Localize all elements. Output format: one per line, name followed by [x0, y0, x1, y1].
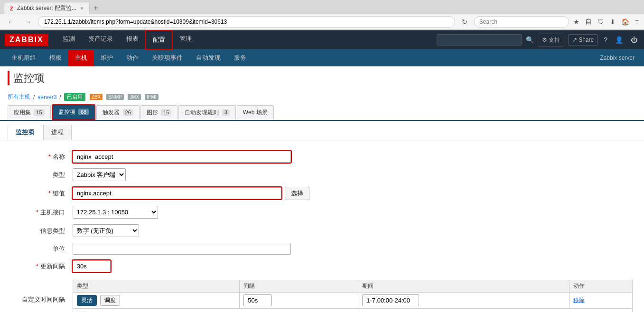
share-button[interactable]: ↗ Share: [568, 34, 598, 46]
home-icon[interactable]: 🏠: [620, 17, 631, 27]
key-select-button[interactable]: 选择: [285, 187, 309, 200]
logout-icon[interactable]: ⏻: [629, 34, 639, 46]
nav-item-assets[interactable]: 资产记录: [82, 30, 120, 50]
new-tab-button[interactable]: +: [90, 2, 102, 14]
graphs-badge: 15: [161, 109, 171, 116]
enabled-badge: 已启用: [64, 93, 85, 101]
active-tab[interactable]: Z Zabbix server: 配置监... ×: [4, 2, 90, 14]
nav-item-config[interactable]: 配置: [145, 30, 173, 50]
address-bar: ← → ↻ ★ 自 🛡 ⬇ 🏠 ≡: [0, 14, 644, 30]
tag-snmp: SNMP: [106, 94, 124, 100]
period-value-input[interactable]: [362, 294, 419, 306]
content-tab-items[interactable]: 监控项: [8, 125, 42, 140]
period-value-cell: [358, 293, 569, 309]
interval-cell: [69, 257, 636, 275]
server-link[interactable]: server3: [37, 94, 56, 101]
help-icon[interactable]: ?: [602, 34, 609, 46]
reload-button[interactable]: ↻: [458, 16, 471, 28]
host-tab-triggers[interactable]: 触发器 26: [96, 105, 140, 119]
col-period: 期间: [358, 280, 569, 293]
add-row: 添加: [73, 309, 632, 312]
top-nav-right: 🔍 ⚙ 支持 ↗ Share ? 👤 ⏻: [437, 34, 640, 46]
user-icon[interactable]: 👤: [613, 34, 625, 46]
download-icon[interactable]: ⬇: [608, 17, 617, 27]
col-type: 类型: [73, 280, 240, 293]
key-cell: 选择: [69, 184, 636, 203]
url-input[interactable]: [38, 16, 455, 28]
subnav-item-maintenance[interactable]: 维护: [94, 50, 120, 66]
page-title-bar: 监控项: [0, 66, 644, 90]
name-label: 名称: [8, 148, 69, 165]
type-flex-button[interactable]: 灵活: [77, 295, 97, 306]
nav-item-admin[interactable]: 管理: [173, 30, 198, 50]
shield-icon[interactable]: 🛡: [596, 17, 606, 27]
infotype-label: 信息类型: [8, 221, 69, 240]
unit-label: 单位: [8, 240, 69, 257]
subnav-server-label: Zabbix server: [595, 53, 639, 63]
menu-icon[interactable]: ≡: [634, 17, 640, 27]
remove-link[interactable]: 移除: [573, 297, 585, 303]
support-button[interactable]: ⚙ 支持: [538, 34, 564, 46]
appsets-badge: 15: [34, 109, 44, 116]
key-label: 键值: [8, 184, 69, 203]
bookmark-icon[interactable]: ★: [572, 17, 581, 27]
items-badge: 68: [78, 109, 89, 115]
custom-interval-label: 自定义时间间隔: [8, 275, 69, 312]
back-button[interactable]: ←: [4, 16, 18, 28]
name-input[interactable]: [73, 151, 291, 163]
zabbix-logo: ZABBIX: [5, 34, 48, 46]
all-hosts-link[interactable]: 所有主机: [8, 93, 30, 101]
interval-value-cell: [240, 293, 358, 309]
infotype-select[interactable]: 数字 (无正负): [73, 224, 139, 237]
tag-ipmi: IPMI: [145, 94, 159, 100]
host-tab-items[interactable]: 监控项 68: [52, 104, 96, 120]
nav-item-monitor[interactable]: 监测: [56, 30, 82, 50]
subnav-item-hostgroups[interactable]: 主机群组: [5, 50, 43, 66]
top-nav-items: 监测 资产记录 报表 配置 管理: [56, 30, 198, 50]
breadcrumb: 所有主机 / server3 / 已启用 ZBX SNMP JMX IPMI: [0, 90, 644, 104]
subnav-item-actions[interactable]: 动作: [120, 50, 145, 66]
sub-nav: 主机群组 模板 主机 维护 动作 关联项事件 自动发现 服务 Zabbix se…: [0, 49, 644, 66]
interface-cell: 172.25.1.3 : 10050: [69, 203, 636, 221]
subnav-item-hosts[interactable]: 主机: [68, 50, 94, 66]
subnav-item-correlations[interactable]: 关联项事件: [145, 50, 189, 66]
app-search-input[interactable]: [437, 34, 522, 46]
subnav-item-templates[interactable]: 模板: [43, 50, 68, 66]
reader-icon[interactable]: 自: [584, 16, 593, 28]
interval-type-cell: 灵活 调度: [73, 293, 240, 309]
form-row-custom-interval: 自定义时间间隔 类型 间隔 期间 动作: [8, 275, 636, 312]
col-action: 动作: [569, 280, 632, 293]
form-row-interface: 主机接口 172.25.1.3 : 10050: [8, 203, 636, 221]
add-cell: 添加: [73, 309, 632, 312]
subnav-item-services[interactable]: 服务: [227, 50, 253, 66]
tag-zbx: ZBX: [90, 94, 103, 100]
action-cell: 移除: [569, 293, 632, 309]
host-tab-web[interactable]: Web 场景: [237, 105, 274, 119]
tab-title: Zabbix server: 配置监...: [17, 4, 76, 12]
unit-input[interactable]: [73, 243, 291, 255]
form-row-type: 类型 Zabbix 客户端: [8, 165, 636, 184]
host-tab-discovery[interactable]: 自动发现规则 3: [178, 105, 235, 119]
host-tab-graphs[interactable]: 图形 15: [140, 105, 178, 119]
interval-input[interactable]: [73, 260, 111, 272]
tab-close-button[interactable]: ×: [80, 5, 84, 12]
type-sched-button[interactable]: 调度: [100, 295, 120, 306]
browser-search-input[interactable]: [474, 16, 569, 28]
forward-button[interactable]: →: [21, 16, 35, 28]
host-tabs: 应用集 15 监控项 68 触发器 26 图形 15 自动发现规则 3 Web …: [0, 104, 644, 121]
form-row-interval: 更新间隔: [8, 257, 636, 275]
col-interval: 间隔: [240, 280, 358, 293]
key-input[interactable]: [73, 187, 281, 199]
tab-favicon: Z: [10, 6, 13, 11]
search-icon: 🔍: [526, 36, 534, 44]
form-row-name: 名称: [8, 148, 636, 165]
type-select[interactable]: Zabbix 客户端: [73, 168, 126, 181]
nav-item-reports[interactable]: 报表: [120, 30, 145, 50]
interface-select[interactable]: 172.25.1.3 : 10050: [73, 206, 158, 219]
interval-row: 灵活 调度: [73, 293, 632, 309]
content-tab-process[interactable]: 进程: [43, 125, 72, 140]
subnav-item-discovery[interactable]: 自动发现: [189, 50, 227, 66]
host-tab-appsets[interactable]: 应用集 15: [8, 105, 51, 119]
breadcrumb-sep1: /: [33, 94, 35, 101]
interval-value-input[interactable]: [243, 294, 272, 306]
